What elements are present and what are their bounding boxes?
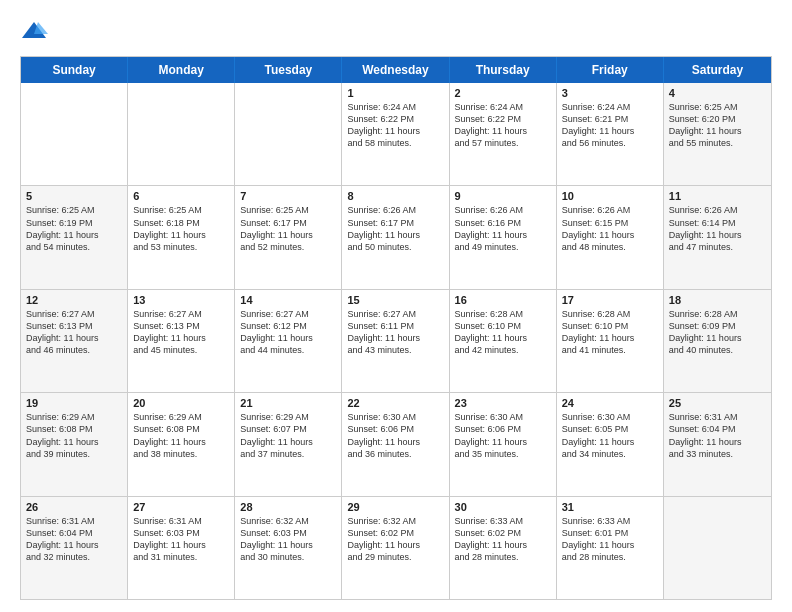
cell-info-line: Sunset: 6:22 PM xyxy=(347,113,443,125)
calendar-empty-cell xyxy=(128,83,235,185)
cell-info-line: and 35 minutes. xyxy=(455,448,551,460)
calendar-day-10: 10Sunrise: 6:26 AMSunset: 6:15 PMDayligh… xyxy=(557,186,664,288)
cell-info-line: Sunrise: 6:27 AM xyxy=(240,308,336,320)
cell-info-line: Sunrise: 6:26 AM xyxy=(455,204,551,216)
cell-info-line: and 56 minutes. xyxy=(562,137,658,149)
cell-info-line: and 52 minutes. xyxy=(240,241,336,253)
calendar-row-0: 1Sunrise: 6:24 AMSunset: 6:22 PMDaylight… xyxy=(21,83,771,186)
cell-info-line: Sunrise: 6:29 AM xyxy=(133,411,229,423)
cell-info-line: and 41 minutes. xyxy=(562,344,658,356)
cell-info-line: Sunrise: 6:31 AM xyxy=(669,411,766,423)
calendar-day-25: 25Sunrise: 6:31 AMSunset: 6:04 PMDayligh… xyxy=(664,393,771,495)
cell-info-line: and 40 minutes. xyxy=(669,344,766,356)
day-number: 17 xyxy=(562,294,658,306)
cell-info-line: Sunset: 6:07 PM xyxy=(240,423,336,435)
cell-info-line: Sunset: 6:03 PM xyxy=(240,527,336,539)
cell-info-line: and 29 minutes. xyxy=(347,551,443,563)
calendar-day-29: 29Sunrise: 6:32 AMSunset: 6:02 PMDayligh… xyxy=(342,497,449,599)
day-number: 16 xyxy=(455,294,551,306)
cell-info-line: Daylight: 11 hours xyxy=(455,229,551,241)
cell-info-line: Daylight: 11 hours xyxy=(133,539,229,551)
cell-info-line: Sunset: 6:02 PM xyxy=(347,527,443,539)
weekday-header-friday: Friday xyxy=(557,57,664,83)
day-number: 29 xyxy=(347,501,443,513)
day-number: 24 xyxy=(562,397,658,409)
cell-info-line: Sunrise: 6:27 AM xyxy=(347,308,443,320)
cell-info-line: Sunrise: 6:25 AM xyxy=(669,101,766,113)
cell-info-line: Sunrise: 6:29 AM xyxy=(26,411,122,423)
cell-info-line: and 45 minutes. xyxy=(133,344,229,356)
cell-info-line: Sunrise: 6:31 AM xyxy=(26,515,122,527)
cell-info-line: Daylight: 11 hours xyxy=(347,332,443,344)
cell-info-line: Sunset: 6:08 PM xyxy=(133,423,229,435)
cell-info-line: Sunset: 6:08 PM xyxy=(26,423,122,435)
cell-info-line: Sunrise: 6:25 AM xyxy=(26,204,122,216)
calendar-day-22: 22Sunrise: 6:30 AMSunset: 6:06 PMDayligh… xyxy=(342,393,449,495)
weekday-header-saturday: Saturday xyxy=(664,57,771,83)
day-number: 18 xyxy=(669,294,766,306)
calendar-day-18: 18Sunrise: 6:28 AMSunset: 6:09 PMDayligh… xyxy=(664,290,771,392)
cell-info-line: and 33 minutes. xyxy=(669,448,766,460)
cell-info-line: Sunrise: 6:27 AM xyxy=(133,308,229,320)
cell-info-line: and 46 minutes. xyxy=(26,344,122,356)
logo-icon xyxy=(20,18,48,46)
cell-info-line: Sunset: 6:19 PM xyxy=(26,217,122,229)
cell-info-line: Sunset: 6:20 PM xyxy=(669,113,766,125)
cell-info-line: Sunrise: 6:26 AM xyxy=(562,204,658,216)
calendar-body: 1Sunrise: 6:24 AMSunset: 6:22 PMDaylight… xyxy=(21,83,771,599)
calendar-day-24: 24Sunrise: 6:30 AMSunset: 6:05 PMDayligh… xyxy=(557,393,664,495)
logo xyxy=(20,18,52,46)
calendar-day-26: 26Sunrise: 6:31 AMSunset: 6:04 PMDayligh… xyxy=(21,497,128,599)
cell-info-line: Sunset: 6:10 PM xyxy=(562,320,658,332)
day-number: 25 xyxy=(669,397,766,409)
cell-info-line: Daylight: 11 hours xyxy=(133,332,229,344)
cell-info-line: Sunset: 6:10 PM xyxy=(455,320,551,332)
cell-info-line: and 34 minutes. xyxy=(562,448,658,460)
cell-info-line: Sunset: 6:15 PM xyxy=(562,217,658,229)
cell-info-line: Daylight: 11 hours xyxy=(455,436,551,448)
svg-marker-1 xyxy=(34,22,48,34)
calendar-row-4: 26Sunrise: 6:31 AMSunset: 6:04 PMDayligh… xyxy=(21,497,771,599)
calendar-day-28: 28Sunrise: 6:32 AMSunset: 6:03 PMDayligh… xyxy=(235,497,342,599)
calendar-day-4: 4Sunrise: 6:25 AMSunset: 6:20 PMDaylight… xyxy=(664,83,771,185)
calendar-day-21: 21Sunrise: 6:29 AMSunset: 6:07 PMDayligh… xyxy=(235,393,342,495)
calendar-header: SundayMondayTuesdayWednesdayThursdayFrid… xyxy=(21,57,771,83)
day-number: 20 xyxy=(133,397,229,409)
cell-info-line: and 49 minutes. xyxy=(455,241,551,253)
cell-info-line: Sunset: 6:17 PM xyxy=(347,217,443,229)
calendar-day-15: 15Sunrise: 6:27 AMSunset: 6:11 PMDayligh… xyxy=(342,290,449,392)
cell-info-line: Sunrise: 6:24 AM xyxy=(562,101,658,113)
cell-info-line: and 42 minutes. xyxy=(455,344,551,356)
cell-info-line: Sunrise: 6:29 AM xyxy=(240,411,336,423)
weekday-header-sunday: Sunday xyxy=(21,57,128,83)
header xyxy=(20,18,772,46)
day-number: 26 xyxy=(26,501,122,513)
day-number: 3 xyxy=(562,87,658,99)
day-number: 19 xyxy=(26,397,122,409)
cell-info-line: Daylight: 11 hours xyxy=(669,229,766,241)
cell-info-line: Daylight: 11 hours xyxy=(669,436,766,448)
day-number: 1 xyxy=(347,87,443,99)
cell-info-line: and 48 minutes. xyxy=(562,241,658,253)
cell-info-line: Daylight: 11 hours xyxy=(562,332,658,344)
weekday-header-tuesday: Tuesday xyxy=(235,57,342,83)
day-number: 21 xyxy=(240,397,336,409)
cell-info-line: Sunset: 6:13 PM xyxy=(26,320,122,332)
cell-info-line: Sunrise: 6:26 AM xyxy=(347,204,443,216)
cell-info-line: Sunrise: 6:30 AM xyxy=(455,411,551,423)
calendar-day-3: 3Sunrise: 6:24 AMSunset: 6:21 PMDaylight… xyxy=(557,83,664,185)
calendar-day-7: 7Sunrise: 6:25 AMSunset: 6:17 PMDaylight… xyxy=(235,186,342,288)
cell-info-line: and 53 minutes. xyxy=(133,241,229,253)
cell-info-line: Daylight: 11 hours xyxy=(240,436,336,448)
cell-info-line: Sunrise: 6:28 AM xyxy=(455,308,551,320)
cell-info-line: Daylight: 11 hours xyxy=(347,539,443,551)
calendar-row-1: 5Sunrise: 6:25 AMSunset: 6:19 PMDaylight… xyxy=(21,186,771,289)
cell-info-line: Daylight: 11 hours xyxy=(26,436,122,448)
cell-info-line: Sunset: 6:13 PM xyxy=(133,320,229,332)
cell-info-line: and 38 minutes. xyxy=(133,448,229,460)
day-number: 31 xyxy=(562,501,658,513)
cell-info-line: Daylight: 11 hours xyxy=(240,539,336,551)
weekday-header-thursday: Thursday xyxy=(450,57,557,83)
cell-info-line: Sunrise: 6:27 AM xyxy=(26,308,122,320)
cell-info-line: Daylight: 11 hours xyxy=(26,229,122,241)
